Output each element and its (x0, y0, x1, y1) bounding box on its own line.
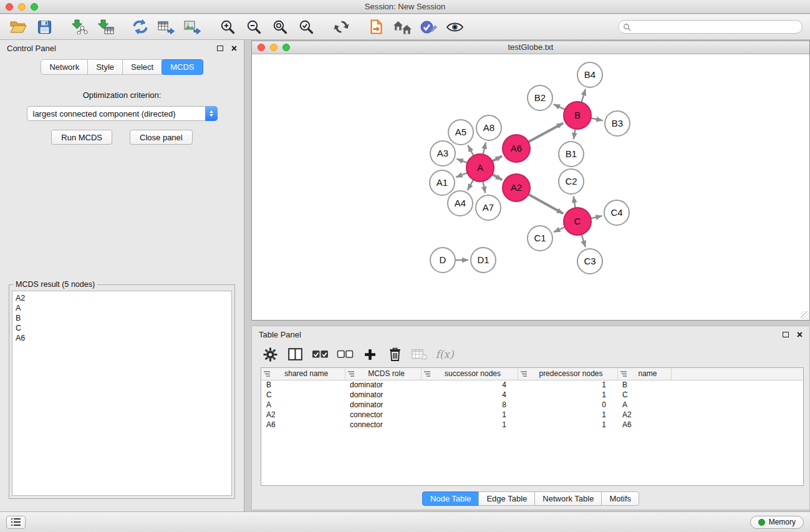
cell[interactable]: connector (345, 420, 421, 430)
deselect-all-icon[interactable] (335, 345, 354, 364)
settings-icon[interactable] (261, 345, 279, 364)
node-C2[interactable]: C2 (559, 169, 584, 194)
column-header-successor-nodes[interactable]: successor nodes (421, 368, 518, 380)
node-A4[interactable]: A4 (448, 191, 473, 216)
edge-A-A6[interactable] (492, 156, 502, 161)
import-table-icon[interactable] (95, 17, 116, 37)
edge-B-B4[interactable] (582, 89, 586, 102)
network-canvas[interactable]: B4B2BB3A5A8A6B1A3AC2A1A2A4A7CC4C1C3DD1 (252, 54, 809, 320)
cell[interactable]: 1 (518, 390, 617, 400)
node-B3[interactable]: B3 (605, 111, 630, 136)
columns-icon[interactable] (286, 345, 304, 364)
cell[interactable]: C (617, 390, 671, 400)
validate-icon[interactable] (418, 17, 439, 37)
node-C4[interactable]: C4 (604, 200, 629, 225)
mcds-result-list[interactable]: A2ABCA6 (12, 291, 232, 496)
float-panel-icon[interactable] (217, 46, 223, 51)
edge-B-B2[interactable] (554, 104, 565, 110)
table-row[interactable]: Bdominator41B (261, 380, 803, 390)
minimize-window-button[interactable] (18, 3, 26, 11)
edge-A-A3[interactable] (456, 159, 467, 163)
edge-A-A8[interactable] (483, 142, 486, 154)
resize-handle[interactable] (801, 311, 809, 319)
run-mcds-button[interactable]: Run MCDS (51, 130, 112, 145)
delete-columns-icon[interactable] (385, 345, 404, 364)
edge-A6-B[interactable] (528, 123, 563, 142)
delete-table-icon[interactable] (410, 345, 429, 364)
node-C[interactable]: C (564, 208, 591, 235)
node-C1[interactable]: C1 (528, 226, 552, 251)
cell[interactable]: 1 (421, 410, 518, 420)
node-A7[interactable]: A7 (476, 195, 501, 220)
table-row[interactable]: A6connector11A6 (261, 420, 803, 430)
save-session-icon[interactable] (34, 17, 55, 37)
close-panel-button[interactable]: Close panel (130, 130, 193, 145)
node-A5[interactable]: A5 (448, 120, 473, 145)
node-A3[interactable]: A3 (430, 141, 455, 166)
fx-icon[interactable]: f(x) (435, 345, 454, 364)
close-panel-icon[interactable]: × (231, 44, 237, 54)
result-item[interactable]: A (16, 303, 228, 313)
search-box[interactable] (618, 20, 803, 34)
edge-C-C4[interactable] (591, 216, 602, 218)
zoom-network-window-button[interactable] (282, 44, 290, 51)
eye-icon[interactable] (444, 17, 465, 37)
zoom-in-icon[interactable] (217, 17, 238, 37)
node-A2[interactable]: A2 (503, 174, 530, 201)
node-A1[interactable]: A1 (430, 170, 455, 195)
table-row[interactable]: A2connector11A2 (261, 410, 803, 420)
cell[interactable]: A6 (617, 420, 671, 430)
export-table-icon[interactable] (156, 17, 177, 37)
tab-select[interactable]: Select (122, 59, 162, 75)
cell[interactable]: dominator (345, 390, 421, 400)
select-all-icon[interactable] (311, 345, 329, 364)
cell[interactable]: 4 (421, 380, 518, 390)
node-A6[interactable]: A6 (503, 135, 530, 162)
node-A[interactable]: A (466, 154, 494, 181)
open-session-icon[interactable] (7, 17, 29, 37)
float-table-panel-icon[interactable] (783, 332, 789, 337)
tab-node-table[interactable]: Node Table (422, 491, 480, 506)
edge-A-A1[interactable] (456, 173, 467, 177)
cell[interactable]: 1 (518, 380, 617, 390)
cell[interactable]: dominator (345, 400, 421, 410)
column-header-shared-name[interactable]: shared name (261, 368, 345, 380)
open-document-icon[interactable] (365, 17, 387, 37)
task-history-button[interactable] (6, 516, 26, 529)
export-image-icon[interactable] (182, 17, 203, 37)
edge-A-A5[interactable] (468, 145, 474, 156)
cell[interactable]: 8 (421, 400, 518, 410)
zoom-out-icon[interactable] (243, 17, 264, 37)
edge-C-C1[interactable] (554, 227, 565, 232)
node-B4[interactable]: B4 (577, 62, 602, 87)
cell[interactable]: C (261, 390, 345, 400)
node-B1[interactable]: B1 (559, 142, 584, 167)
zoom-window-button[interactable] (31, 3, 38, 11)
cell[interactable]: A2 (617, 410, 671, 420)
close-window-button[interactable] (6, 3, 13, 11)
column-header-MCDS-role[interactable]: MCDS role (345, 368, 421, 380)
result-item[interactable]: C (16, 323, 228, 333)
add-column-icon[interactable] (360, 345, 379, 364)
home-icon[interactable] (392, 17, 413, 37)
cell[interactable]: A (617, 400, 671, 410)
cell[interactable]: 1 (518, 410, 617, 420)
cell[interactable]: connector (345, 410, 421, 420)
edge-A-A2[interactable] (492, 175, 502, 180)
edge-A-A4[interactable] (468, 180, 474, 190)
edge-B-B1[interactable] (574, 129, 576, 140)
cell[interactable]: B (617, 380, 671, 390)
table-row[interactable]: Adominator80A (261, 400, 803, 410)
node-B2[interactable]: B2 (528, 85, 552, 110)
node-D1[interactable]: D1 (471, 248, 496, 273)
tab-network[interactable]: Network (41, 59, 88, 75)
export-network-icon[interactable] (130, 17, 151, 37)
result-item[interactable]: A2 (16, 293, 228, 303)
cell[interactable]: A6 (261, 420, 345, 430)
tab-style[interactable]: Style (87, 59, 123, 75)
node-C3[interactable]: C3 (577, 249, 602, 274)
cell[interactable]: A (261, 400, 345, 410)
close-table-panel-icon[interactable]: × (797, 330, 803, 340)
edge-B-B3[interactable] (591, 118, 603, 120)
memory-button[interactable]: Memory (750, 516, 804, 529)
